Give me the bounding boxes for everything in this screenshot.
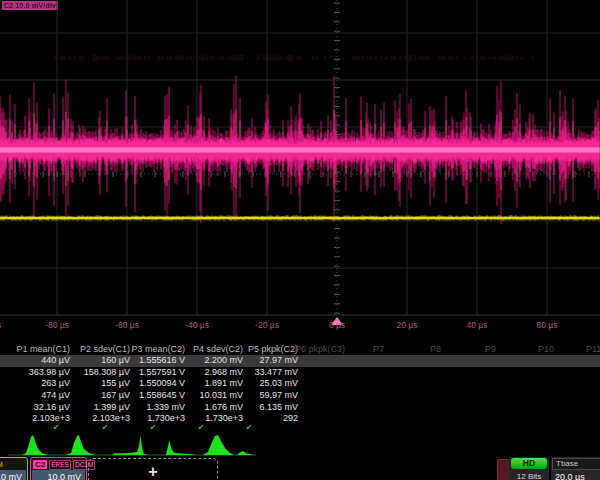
histicon[interactable] bbox=[66, 435, 95, 455]
time-axis-label: -60 µs bbox=[97, 320, 157, 330]
param-status-check: ✔ bbox=[99, 423, 111, 432]
c2-channel-badge: C2 bbox=[33, 460, 47, 469]
param-header-dim[interactable]: P10 bbox=[538, 343, 554, 355]
histicon[interactable] bbox=[112, 435, 148, 455]
param-status-check: ✔ bbox=[147, 423, 159, 432]
param-header-p1[interactable]: P1 mean(C1) bbox=[0, 344, 70, 355]
measure-value: 263 µV bbox=[0, 378, 70, 389]
c2-eres-badge: ERES bbox=[49, 460, 71, 470]
param-header-p3[interactable]: P3 mean(C2) bbox=[130, 344, 185, 355]
measure-value: 1.891 mV bbox=[185, 378, 243, 389]
time-axis-label: -80 µs bbox=[27, 320, 87, 330]
measure-value: 1.339 mV bbox=[130, 402, 185, 413]
measure-value: 1.555616 V bbox=[130, 355, 185, 366]
measure-value: 363.98 µV bbox=[0, 367, 70, 378]
descriptor-bar: C1 DC1M 50.0 mV C2 ERES DC1M 10.0 mV + H… bbox=[0, 457, 600, 480]
measure-row: 32.16 µV1.399 µV1.339 mV1.676 mV6.135 mV bbox=[0, 401, 600, 413]
measure-value: 160 µV bbox=[70, 355, 130, 366]
time-axis-label: -40 µs bbox=[167, 320, 227, 330]
param-header-dim[interactable]: P6 pkpk(C3) bbox=[295, 343, 345, 355]
measure-value: 440 µV bbox=[0, 355, 70, 366]
measure-value: 2.968 mV bbox=[185, 367, 243, 378]
param-status-check: ✔ bbox=[195, 423, 207, 432]
measure-value: 10.031 mV bbox=[185, 390, 243, 401]
hd-badge: HD bbox=[511, 458, 547, 469]
time-axis-label: 0 µs bbox=[307, 320, 367, 330]
c2-trace bbox=[0, 75, 599, 223]
measurement-table: P1 mean(C1)P2 sdev(C1)P3 mean(C2)P4 sdev… bbox=[0, 343, 600, 425]
param-status-check: ✔ bbox=[50, 423, 62, 432]
measure-value: 6.135 mV bbox=[243, 402, 298, 413]
histicon[interactable] bbox=[166, 440, 196, 455]
timebase-title: Tbase bbox=[552, 458, 600, 470]
measure-value: 1.676 mV bbox=[185, 402, 243, 413]
param-header-p4[interactable]: P4 sdev(C2) bbox=[185, 344, 243, 355]
c1-scale: 50.0 mV bbox=[0, 470, 26, 480]
c1-trace bbox=[0, 215, 599, 220]
measure-value: 158.308 µV bbox=[70, 367, 130, 378]
measure-value: 32.16 µV bbox=[0, 402, 70, 413]
param-header-dim[interactable]: P8 bbox=[430, 343, 441, 355]
param-header-p2[interactable]: P2 sdev(C1) bbox=[70, 344, 130, 355]
c1-descriptor[interactable]: C1 DC1M 50.0 mV bbox=[0, 457, 28, 480]
measure-value: 1.557591 V bbox=[130, 367, 185, 378]
param-header-dim[interactable]: P9 bbox=[485, 343, 496, 355]
param-header-dim[interactable]: P11 bbox=[586, 343, 600, 355]
hd-indicator: HD 12 Bits bbox=[509, 457, 549, 480]
param-status-check: ✔ bbox=[243, 423, 255, 432]
measure-value: 1.399 µV bbox=[70, 402, 130, 413]
measure-value: 1.550094 V bbox=[130, 378, 185, 389]
param-header-dim[interactable]: P7 bbox=[373, 343, 384, 355]
c1-coupling-badge: DC1M bbox=[0, 461, 4, 469]
timebase-descriptor[interactable]: Tbase 20.0 µs bbox=[551, 457, 600, 480]
measure-value: 474 µV bbox=[0, 390, 70, 401]
measure-value: 1.558645 V bbox=[130, 390, 185, 401]
time-axis-label: 20 µs bbox=[377, 320, 437, 330]
measure-row: 474 µV167 µV1.558645 V10.031 mV59.97 mV bbox=[0, 390, 600, 402]
measurement-status-row: ✔✔✔✔✔ bbox=[0, 423, 600, 432]
measure-value: 2.200 mV bbox=[185, 355, 243, 366]
measure-value: 155 µV bbox=[70, 378, 130, 389]
histicon[interactable] bbox=[237, 451, 253, 455]
histicon[interactable] bbox=[203, 435, 234, 455]
c2-scale: 10.0 mV bbox=[32, 470, 85, 480]
waveform-display[interactable] bbox=[0, 0, 600, 318]
param-header-p5[interactable]: P5 pkpk(C2) bbox=[243, 344, 298, 355]
measure-row: 440 µV160 µV1.555616 V2.200 mV27.97 mV bbox=[0, 355, 600, 367]
add-trace-button[interactable]: + bbox=[88, 458, 218, 480]
measurement-histicons[interactable] bbox=[0, 432, 600, 457]
measure-value: 59.97 mV bbox=[243, 390, 298, 401]
c2-descriptor[interactable]: C2 ERES DC1M 10.0 mV bbox=[30, 457, 87, 480]
time-axis: -100 µs-80 µs-60 µs-40 µs-20 µs0 µs20 µs… bbox=[0, 317, 600, 333]
time-axis-label: 60 µs bbox=[517, 320, 577, 330]
time-axis-label: 40 µs bbox=[447, 320, 507, 330]
measure-value: 167 µV bbox=[70, 390, 130, 401]
hd-bits-label: 12 Bits bbox=[509, 472, 549, 480]
measure-value: 33.477 mV bbox=[243, 367, 298, 378]
histicon[interactable] bbox=[22, 435, 48, 455]
measure-value: 27.97 mV bbox=[243, 355, 298, 366]
time-axis-label: -20 µs bbox=[237, 320, 297, 330]
timebase-value: 20.0 µs bbox=[551, 471, 600, 480]
time-axis-label: -100 µs bbox=[0, 320, 17, 330]
oscilloscope-screen: C2 10.0 mV/div -100 µs-80 µs-60 µs-40 µs… bbox=[0, 0, 600, 480]
measure-value: 25.03 mV bbox=[243, 378, 298, 389]
measure-row: 263 µV155 µV1.550094 V1.891 mV25.03 mV bbox=[0, 378, 600, 390]
measure-row: 363.98 µV158.308 µV1.557591 V2.968 mV33.… bbox=[0, 367, 600, 379]
